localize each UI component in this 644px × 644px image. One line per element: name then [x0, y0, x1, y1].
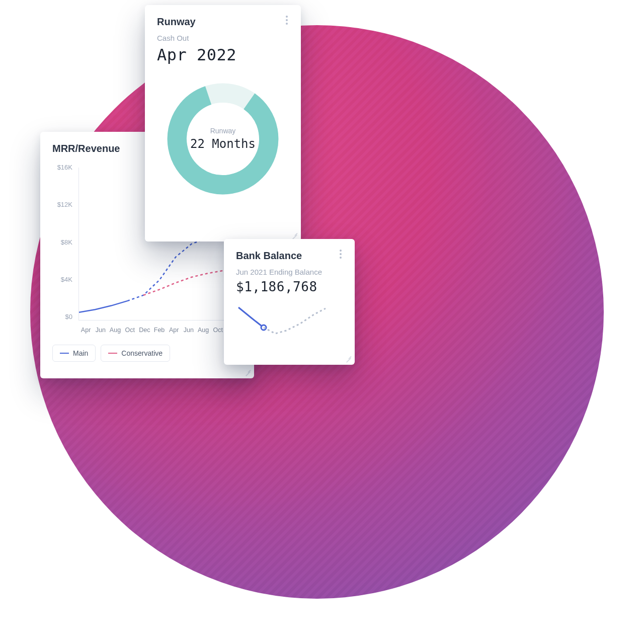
- bank-card-title: Bank Balance: [236, 250, 343, 262]
- x-axis-tick: Oct: [211, 327, 225, 334]
- bank-balance-card: Bank Balance Jun 2021 Ending Balance $1,…: [224, 239, 355, 365]
- x-axis-tick: Jun: [181, 327, 196, 334]
- runway-card-title: Runway: [157, 16, 289, 28]
- runway-donut-chart: Runway 22 Months: [163, 78, 283, 199]
- legend-conservative-swatch: [108, 353, 117, 354]
- x-axis-tick: Oct: [123, 327, 137, 334]
- donut-center: Runway 22 Months: [163, 78, 283, 199]
- more-menu-icon[interactable]: [282, 14, 292, 26]
- x-axis-tick: Aug: [108, 327, 122, 334]
- bank-subtitle: Jun 2021 Ending Balance: [236, 268, 343, 276]
- y-axis-tick: $0: [52, 313, 75, 320]
- y-axis-tick: $12K: [52, 201, 75, 208]
- mrr-y-axis: $16K$12K$8K$4K$0: [52, 164, 75, 320]
- x-axis-tick: Apr: [78, 327, 93, 334]
- resize-grip-icon[interactable]: [291, 231, 298, 238]
- legend-main-label: Main: [73, 349, 88, 357]
- mrr-x-axis: AprJunAugOctDecFebAprJunAugOctDec: [78, 327, 240, 334]
- runway-card: Runway Cash Out Apr 2022 Runway 22 Month…: [145, 5, 301, 242]
- x-axis-tick: Feb: [152, 327, 167, 334]
- x-axis-tick: Dec: [137, 327, 152, 334]
- x-axis-tick: Jun: [93, 327, 108, 334]
- legend-conservative-button[interactable]: Conservative: [101, 345, 170, 362]
- legend-conservative-label: Conservative: [121, 349, 163, 357]
- runway-cash-out-value: Apr 2022: [157, 45, 289, 64]
- donut-center-label: Runway: [210, 127, 236, 135]
- legend-main-swatch: [60, 353, 69, 354]
- x-axis-tick: Apr: [167, 327, 181, 334]
- resize-grip-icon[interactable]: [244, 368, 251, 375]
- resize-grip-icon[interactable]: [345, 355, 352, 362]
- bank-value: $1,186,768: [236, 279, 343, 294]
- legend-main-button[interactable]: Main: [52, 345, 96, 362]
- y-axis-tick: $8K: [52, 238, 75, 246]
- donut-center-value: 22 Months: [190, 137, 256, 151]
- more-menu-icon[interactable]: [336, 248, 346, 260]
- x-axis-tick: Aug: [196, 327, 211, 334]
- bank-sparkline: [236, 303, 327, 339]
- mrr-legend: Main Conservative: [52, 345, 242, 362]
- runway-subtitle: Cash Out: [157, 34, 289, 42]
- y-axis-tick: $4K: [52, 276, 75, 283]
- y-axis-tick: $16K: [52, 164, 75, 171]
